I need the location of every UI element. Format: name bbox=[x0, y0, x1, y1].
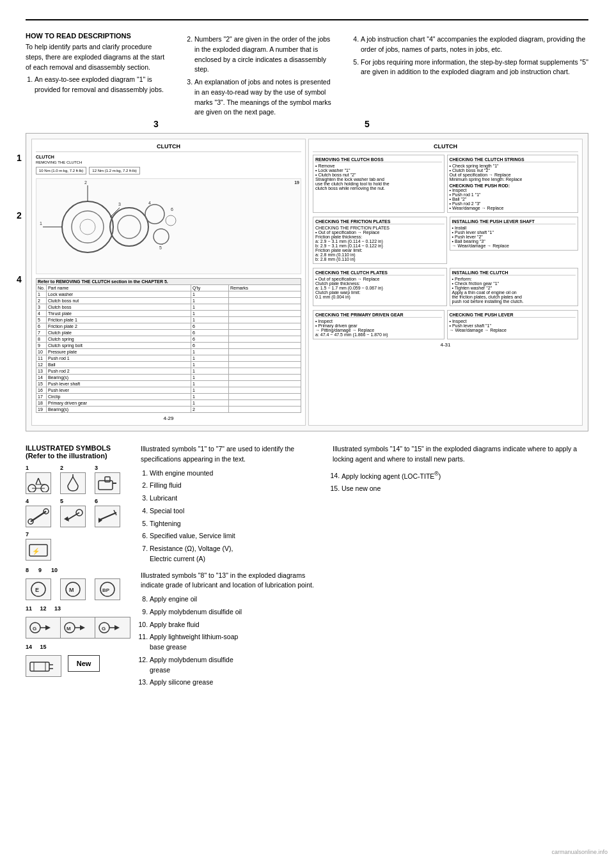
svg-text:BP: BP bbox=[102, 587, 110, 593]
symbols-intro: Illustrated symbols "1" to "7" are used … bbox=[141, 444, 320, 465]
torque-specs: 10 Nm (1.0 m·kg, 7.2 ft·lb) 12 Nm (1.2 m… bbox=[36, 167, 301, 174]
silicone-grease-icon: G bbox=[97, 619, 129, 637]
symbol-11-box: G bbox=[26, 617, 61, 639]
watermark: carmanualsonline.info bbox=[551, 849, 608, 855]
symbols-middle-col: Illustrated symbols "1" to "7" are used … bbox=[141, 444, 320, 690]
symbol-6-box bbox=[95, 506, 120, 527]
symbol-12-box: M bbox=[60, 617, 96, 639]
symbol-13-box: G bbox=[95, 617, 130, 639]
left-diagram-title: CLUTCH bbox=[36, 143, 301, 152]
points-list-2: Numbers "2" are given in the order of th… bbox=[185, 35, 333, 118]
symbol-1-box bbox=[26, 472, 51, 494]
motorcycle-icon bbox=[27, 474, 50, 492]
checking-clutch-plates-section: CHECKING THE CLUTCH PLATES • Out of spec… bbox=[313, 268, 447, 306]
checking-friction-plates: CHECKING THE FRICTION PLATES CHECKING TH… bbox=[313, 217, 447, 264]
symbol-8-box: E bbox=[26, 578, 51, 600]
clutch-plates-title: CHECKING THE CLUTCH PLATES bbox=[315, 270, 445, 275]
tighten-icon bbox=[61, 508, 84, 525]
symbols-grid-11-13: G M bbox=[26, 616, 128, 639]
symbol-2-box bbox=[60, 472, 86, 494]
row-14-label: 14 15 bbox=[26, 642, 128, 650]
symbol-10-box: BP bbox=[95, 578, 120, 600]
diagram-num-5: 5 bbox=[365, 119, 370, 129]
symbol-15-box: New bbox=[68, 655, 100, 672]
svg-line-10 bbox=[110, 208, 120, 217]
locking-agent-icon bbox=[28, 657, 59, 675]
svg-text:1: 1 bbox=[40, 221, 42, 226]
symbols-list-8-13: Apply engine oil Apply molybdenum disulf… bbox=[141, 594, 320, 688]
symbols-left-col: ILLUSTRATED SYMBOLS (Refer to the illust… bbox=[26, 444, 128, 690]
sym-label-2: Filling fluid bbox=[150, 481, 320, 491]
point-4: A job instruction chart "4" accompanies … bbox=[361, 35, 588, 55]
symbol-5-num: 5 bbox=[60, 498, 63, 504]
diagram-num-3: 3 bbox=[154, 119, 159, 129]
symbols-grid-1-3: 1 2 bbox=[26, 465, 128, 494]
installing-clutch-section: INSTALLING THE CLUTCH • Perform:• Check … bbox=[450, 268, 579, 306]
symbols-title: ILLUSTRATED SYMBOLS (Refer to the illust… bbox=[26, 444, 128, 460]
symbols-intro-8-13: Illustrated symbols "8" to "13" in the e… bbox=[141, 571, 320, 591]
installing-content: • Install• Push lever shaft "1"• Push le… bbox=[452, 226, 576, 248]
svg-point-2 bbox=[80, 219, 95, 235]
symbol-9-box: M bbox=[60, 578, 86, 600]
moly-grease-icon: M bbox=[62, 619, 94, 637]
checking-strings-title: CHECKING THE CLUTCH STRINGS bbox=[450, 157, 576, 162]
parts-table: Refer to REMOVING THE CLUTCH section in … bbox=[36, 278, 301, 413]
exploded-diagram: 1 2 3 4 5 6 19 bbox=[36, 178, 301, 274]
top-border bbox=[26, 19, 588, 20]
symbol-8-item: E bbox=[26, 577, 56, 600]
row-11-12-13-label: 11 12 13 bbox=[26, 605, 61, 612]
svg-marker-51 bbox=[80, 625, 85, 630]
checking-push-rod-title: CHECKING THE PUSH ROD: bbox=[450, 183, 576, 188]
symbol-3-num: 3 bbox=[95, 465, 98, 471]
symbol-7-box: ⚡ bbox=[26, 539, 51, 561]
svg-point-7 bbox=[166, 215, 176, 226]
symbol-6-item: 6 bbox=[95, 498, 125, 527]
top-sections: REMOVING THE CLUTCH BOSS • Remove• Lock … bbox=[313, 155, 578, 213]
symbols-list-14-15: Apply locking agent (LOC-TITE®) Use new … bbox=[333, 470, 588, 494]
primary-driven-content: • Inspect• Primary driven gear→ Pitting/… bbox=[315, 319, 442, 337]
sym-label-6: Specified value, Service limit bbox=[150, 531, 320, 541]
svg-text:G: G bbox=[102, 626, 106, 632]
svg-point-0 bbox=[62, 201, 113, 252]
points-list: An easy-to-see exploded diagram "1" is p… bbox=[26, 75, 166, 95]
symbols-intro-14-15: Illustrated symbols "14" to "15" in the … bbox=[333, 444, 588, 465]
symbols-grid-7: 7 ⚡ bbox=[26, 531, 128, 561]
svg-marker-55 bbox=[114, 625, 120, 630]
illustrated-symbols-section: ILLUSTRATED SYMBOLS (Refer to the illust… bbox=[26, 444, 588, 690]
sym-label-1: With engine mounted bbox=[150, 469, 320, 479]
symbols-grid-14-15: New bbox=[26, 654, 128, 677]
sym-label-7: Resistance (Ω), Voltage (V),Electric cur… bbox=[150, 544, 320, 564]
symbol-2-num: 2 bbox=[60, 465, 63, 471]
diagram-num-1: 1 bbox=[17, 153, 22, 163]
removing-clutch-boss: REMOVING THE CLUTCH BOSS • Remove• Lock … bbox=[313, 155, 445, 213]
symbol-9-item: M bbox=[60, 577, 91, 600]
right-panel-sections: REMOVING THE CLUTCH BOSS • Remove• Lock … bbox=[313, 155, 578, 339]
sym-label-12: Apply molybdenum disulfidegrease bbox=[150, 655, 320, 676]
electric-icon: ⚡ bbox=[27, 541, 50, 559]
installing-push-lever: INSTALLING THE PUSH LEVER SHAFT • Instal… bbox=[450, 217, 579, 251]
symbol-4-num: 4 bbox=[26, 498, 29, 504]
col-right: A job instruction chart "4" accompanies … bbox=[352, 32, 588, 120]
svg-text:6: 6 bbox=[171, 207, 173, 212]
svg-point-4 bbox=[118, 215, 141, 238]
col-middle: Numbers "2" are given in the order of th… bbox=[185, 32, 333, 120]
symbol-10-item: BP bbox=[95, 577, 125, 600]
sym-label-15: Use new one bbox=[342, 484, 588, 494]
push-lever-title: CHECKING THE PUSH LEVER bbox=[450, 313, 576, 318]
symbol-3-item: 3 bbox=[95, 465, 125, 494]
symbol-1-item: 1 bbox=[26, 465, 56, 494]
checking-clutch-strings: CHECKING THE CLUTCH STRINGS • Check spri… bbox=[447, 155, 579, 213]
symbol-7-num: 7 bbox=[26, 531, 29, 538]
sym-label-14: Apply locking agent (LOC-TITE®) bbox=[342, 470, 588, 481]
point-2: Numbers "2" are given in the order of th… bbox=[194, 35, 333, 75]
sym-label-4: Special tool bbox=[150, 506, 320, 516]
installing-clutch-content: • Perform:• Check friction gear "1"• Tig… bbox=[452, 277, 576, 304]
svg-point-3 bbox=[110, 208, 148, 246]
engine-oil-icon: E bbox=[27, 580, 50, 598]
clutch-sub-label: REMOVING THE CLUTCH bbox=[36, 160, 301, 164]
diagram-num-4: 4 bbox=[17, 274, 22, 284]
svg-line-33 bbox=[98, 513, 116, 520]
symbol-5-item: 5 bbox=[60, 498, 91, 527]
row-14-15-label: 14 15 bbox=[26, 644, 47, 650]
svg-text:5: 5 bbox=[159, 245, 162, 250]
